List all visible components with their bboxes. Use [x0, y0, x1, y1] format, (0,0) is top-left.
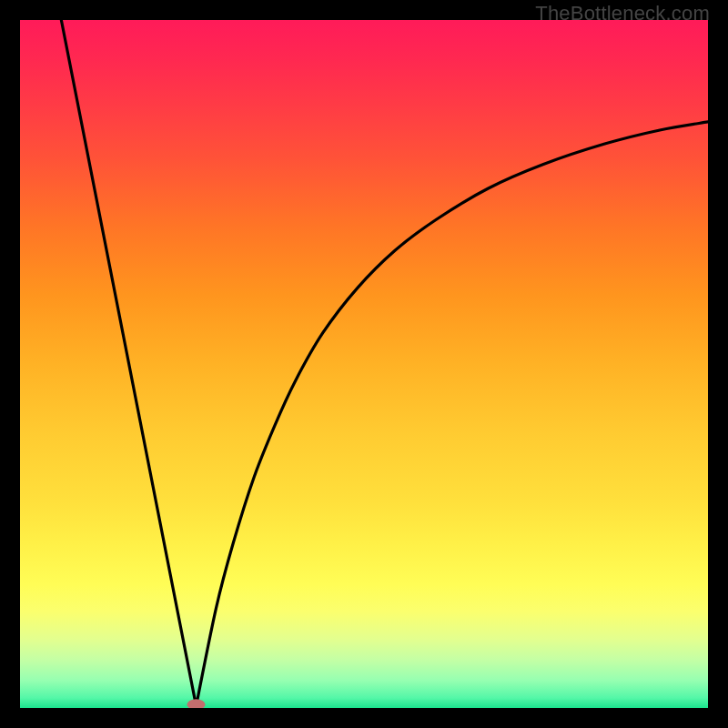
chart-svg [20, 20, 708, 708]
chart-frame: TheBottleneck.com [0, 0, 728, 728]
chart-background [20, 20, 708, 708]
plot-area [20, 20, 708, 708]
